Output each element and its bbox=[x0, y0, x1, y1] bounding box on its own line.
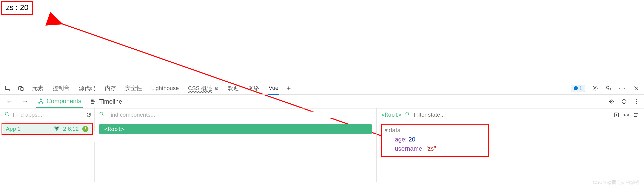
selected-component-label: <Root> bbox=[381, 112, 401, 118]
data-key: age bbox=[395, 136, 405, 143]
state-header: <Root> <> bbox=[377, 108, 644, 121]
svg-point-10 bbox=[42, 102, 43, 103]
data-section-label: data bbox=[389, 127, 401, 134]
tab-network[interactable]: 网络 bbox=[247, 82, 260, 95]
app-name: App 1 bbox=[6, 126, 21, 132]
svg-point-7 bbox=[609, 88, 611, 90]
settings-icon[interactable] bbox=[592, 85, 598, 91]
data-row-age[interactable]: age: 20 bbox=[385, 135, 485, 144]
svg-rect-13 bbox=[91, 103, 94, 104]
search-icon bbox=[5, 112, 10, 118]
tab-console[interactable]: 控制台 bbox=[52, 82, 71, 95]
vue-tab-timeline[interactable]: Timeline bbox=[89, 95, 124, 108]
issues-badge[interactable]: 1 bbox=[571, 85, 585, 92]
locate-icon[interactable] bbox=[609, 99, 615, 105]
nav-back-icon[interactable]: ← bbox=[5, 97, 14, 105]
scroll-to-component-icon[interactable] bbox=[613, 112, 619, 118]
apps-search-row bbox=[0, 108, 94, 121]
external-link-icon bbox=[215, 86, 218, 90]
issues-count: 1 bbox=[579, 85, 582, 91]
svg-point-23 bbox=[616, 114, 617, 115]
devtools-tab-bar: 元素 控制台 源代码 内存 安全性 Lighthouse CSS 概述 欢迎 网… bbox=[0, 82, 644, 95]
caret-down-icon: ▾ bbox=[385, 127, 388, 134]
svg-point-9 bbox=[39, 102, 40, 103]
data-section-row[interactable]: ▾data bbox=[385, 126, 485, 135]
page-output: zs : 20 bbox=[1, 1, 33, 15]
find-apps-input[interactable] bbox=[13, 112, 83, 118]
vue-logo-icon bbox=[54, 126, 60, 132]
svg-point-19 bbox=[5, 112, 8, 115]
svg-point-6 bbox=[606, 86, 609, 89]
svg-rect-4 bbox=[21, 87, 23, 91]
add-tab-button[interactable]: + bbox=[286, 84, 291, 92]
refresh-icon[interactable] bbox=[621, 99, 627, 105]
components-icon bbox=[38, 98, 44, 104]
filter-state-input[interactable] bbox=[414, 112, 610, 118]
inspect-icon[interactable] bbox=[5, 85, 11, 91]
vue-devtools-bar: ← → Components Timeline bbox=[0, 95, 644, 108]
svg-rect-12 bbox=[91, 101, 95, 102]
tab-memory[interactable]: 内存 bbox=[104, 82, 117, 95]
svg-point-8 bbox=[40, 99, 41, 100]
feedback-icon[interactable] bbox=[605, 85, 612, 91]
device-toggle-icon[interactable] bbox=[18, 85, 24, 91]
data-key: username bbox=[395, 145, 422, 152]
app-warning-badge: ! bbox=[82, 126, 88, 132]
app-list-item[interactable]: App 1 2.6.12 ! bbox=[2, 123, 93, 135]
state-panel: <Root> <> ▾data age: 20 username: "zs" bbox=[377, 108, 644, 182]
tab-sources[interactable]: 源代码 bbox=[78, 82, 97, 95]
data-value: "zs" bbox=[425, 145, 436, 152]
close-devtools-icon[interactable] bbox=[633, 85, 639, 91]
data-row-username[interactable]: username: "zs" bbox=[385, 144, 485, 153]
svg-point-15 bbox=[612, 101, 612, 102]
find-components-input[interactable] bbox=[107, 112, 372, 118]
refresh-apps-icon[interactable] bbox=[86, 112, 91, 117]
svg-point-20 bbox=[100, 112, 103, 115]
svg-point-18 bbox=[636, 103, 637, 104]
nav-forward-icon[interactable]: → bbox=[20, 97, 30, 105]
search-icon bbox=[405, 112, 410, 118]
open-in-editor-icon[interactable]: <> bbox=[623, 112, 630, 118]
tab-css-overview-label: CSS 概述 bbox=[188, 85, 212, 91]
vue-tab-timeline-label: Timeline bbox=[99, 98, 122, 105]
tab-security[interactable]: 安全性 bbox=[124, 82, 143, 95]
component-tree-panel: <Root> bbox=[95, 108, 377, 182]
vue-tab-components-label: Components bbox=[47, 97, 81, 105]
state-menu-icon[interactable] bbox=[633, 112, 639, 118]
tab-elements[interactable]: 元素 bbox=[31, 82, 44, 95]
kebab-menu-icon[interactable] bbox=[633, 99, 639, 105]
apps-panel: App 1 2.6.12 ! bbox=[0, 108, 95, 182]
components-search-row bbox=[95, 108, 376, 121]
tab-css-overview[interactable]: CSS 概述 bbox=[187, 82, 220, 95]
timeline-icon bbox=[90, 99, 97, 105]
vue-tab-components[interactable]: Components bbox=[36, 95, 83, 108]
svg-point-21 bbox=[406, 112, 409, 115]
watermark: CSDN @面向架构编程 bbox=[593, 179, 639, 185]
tab-lighthouse[interactable]: Lighthouse bbox=[150, 82, 180, 94]
app-version: 2.6.12 bbox=[63, 126, 79, 132]
issues-dot-icon bbox=[574, 86, 578, 90]
search-icon bbox=[99, 112, 104, 118]
svg-point-17 bbox=[636, 101, 637, 102]
state-data-box: ▾data age: 20 username: "zs" bbox=[381, 124, 489, 157]
svg-point-16 bbox=[636, 99, 637, 100]
tab-welcome[interactable]: 欢迎 bbox=[227, 82, 240, 95]
resize-handle[interactable] bbox=[93, 132, 96, 142]
svg-rect-11 bbox=[91, 100, 93, 101]
svg-point-5 bbox=[594, 87, 596, 89]
more-icon[interactable]: ··· bbox=[619, 85, 626, 92]
data-value: 20 bbox=[408, 136, 415, 143]
tab-vue[interactable]: Vue bbox=[268, 82, 279, 95]
component-tree-root[interactable]: <Root> bbox=[99, 124, 372, 134]
